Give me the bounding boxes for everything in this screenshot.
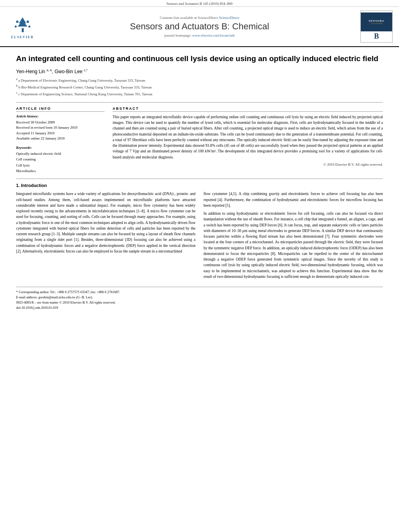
elsevier-wordmark: ELSEVIER — [11, 35, 34, 39]
keywords-label: Keywords: — [16, 146, 105, 150]
online-date: Available online 22 January 2010 — [16, 136, 105, 142]
abstract-text: This paper reports an integrated microfl… — [113, 114, 383, 160]
affiliation-a: a a Department of Electronic Engineering… — [16, 77, 383, 83]
article-content: An integrated cell counting and continuo… — [0, 47, 399, 316]
svg-point-3 — [16, 21, 19, 23]
footnote-issn: 0925-4005/$ – see front matter © 2010 El… — [16, 300, 383, 305]
journal-title-area: Contents lists available at ScienceDirec… — [39, 16, 360, 37]
affiliation-c: c c Department of Engineering Science, N… — [16, 90, 383, 97]
sciencedirect-link: Contents lists available at ScienceDirec… — [39, 16, 360, 20]
footnote-star: * Corresponding author. Tel.: +886 6 275… — [16, 290, 383, 295]
intro-right-text: flow cytometer [4,5]. A chip combining g… — [204, 191, 383, 208]
keyword-3: Cell lysis — [16, 162, 105, 168]
author-names: Yen-Heng Lin a, b, Gwo-Bin Lee c,* — [16, 69, 88, 74]
accepted-date: Accepted 11 January 2010 — [16, 131, 105, 136]
history-label: Article history: — [16, 114, 105, 118]
intro-right-col: flow cytometer [4,5]. A chip combining g… — [204, 191, 383, 282]
footnote-email: E-mail address: gwobin@mail.ncku.edu.tw … — [16, 295, 383, 300]
authors: Yen-Heng Lin a, b, Gwo-Bin Lee c,* — [16, 68, 383, 74]
separator-2 — [16, 179, 383, 179]
sa-logo-inner: SENSORS AcTuAToRS — [361, 12, 392, 31]
abstract-label: ABSTRACT — [113, 107, 383, 112]
revised-date: Received in revised form 10 January 2010 — [16, 125, 105, 131]
journal-header: ELSEVIER Contents lists available at Sci… — [0, 7, 399, 47]
body-columns: Integrated microfluidic systems have a w… — [16, 191, 383, 282]
sa-sensors-text: SENSORS — [369, 19, 385, 23]
keyword-1: Optically induced electric field — [16, 151, 105, 156]
elsevier-svg — [12, 15, 34, 33]
intro-right-p2: In addition to using hydrodynamic or ele… — [204, 211, 383, 279]
footnote-doi: doi:10.1016/j.snb.2010.01.019 — [16, 306, 383, 310]
sa-actuators-text: AcTuAToRS — [370, 23, 383, 25]
svg-point-4 — [27, 21, 29, 23]
sciencedirect-anchor[interactable]: ScienceDirect — [219, 16, 239, 20]
abstract-col: ABSTRACT This paper reports an integrate… — [113, 107, 383, 174]
article-history: Article history: Received 30 October 200… — [16, 114, 105, 142]
keywords-list: Optically induced electric field Cell co… — [16, 151, 105, 174]
article-info-col: ARTICLE INFO Article history: Received 3… — [16, 107, 105, 174]
journal-url[interactable]: www.elsevier.com/locate/snb — [192, 33, 234, 37]
article-info-label: ARTICLE INFO — [16, 107, 105, 112]
svg-rect-0 — [22, 28, 24, 32]
elsevier-logo: ELSEVIER — [6, 14, 39, 39]
elsevier-tree-icon — [10, 14, 35, 35]
received-date: Received 30 October 2009 — [16, 120, 105, 125]
article-info-abstract: ARTICLE INFO Article history: Received 3… — [16, 107, 383, 174]
keyword-2: Cell counting — [16, 156, 105, 162]
keyword-4: Microfluidics — [16, 168, 105, 174]
journal-homepage: journal homepage: www.elsevier.com/locat… — [39, 33, 360, 37]
copyright: © 2010 Elsevier B.V. All rights reserved… — [113, 162, 383, 166]
keywords-section: Keywords: Optically induced electric fie… — [16, 146, 105, 174]
svg-point-5 — [14, 26, 16, 28]
affiliation-b: b b Bio-Medical Engineering Research Cen… — [16, 84, 383, 90]
journal-name: Sensors and Actuators B: Chemical — [39, 21, 360, 32]
intro-left-text: Integrated microfluidic systems have a w… — [16, 191, 195, 254]
intro-left-col: Integrated microfluidic systems have a w… — [16, 191, 195, 282]
sensors-actuators-logo: SENSORS AcTuAToRS B — [360, 10, 393, 43]
journal-citation: Sensors and Actuators B 145 (2010) 854–8… — [0, 0, 399, 7]
sa-b-text: B — [374, 32, 379, 41]
section1-title: 1. Introduction — [16, 183, 383, 188]
article-title: An integrated cell counting and continuo… — [16, 53, 383, 64]
footnote-area: * Corresponding author. Tel.: +886 6 275… — [16, 287, 383, 310]
separator-1 — [16, 102, 383, 103]
svg-point-6 — [28, 26, 30, 28]
affiliations: a a Department of Electronic Engineering… — [16, 77, 383, 97]
